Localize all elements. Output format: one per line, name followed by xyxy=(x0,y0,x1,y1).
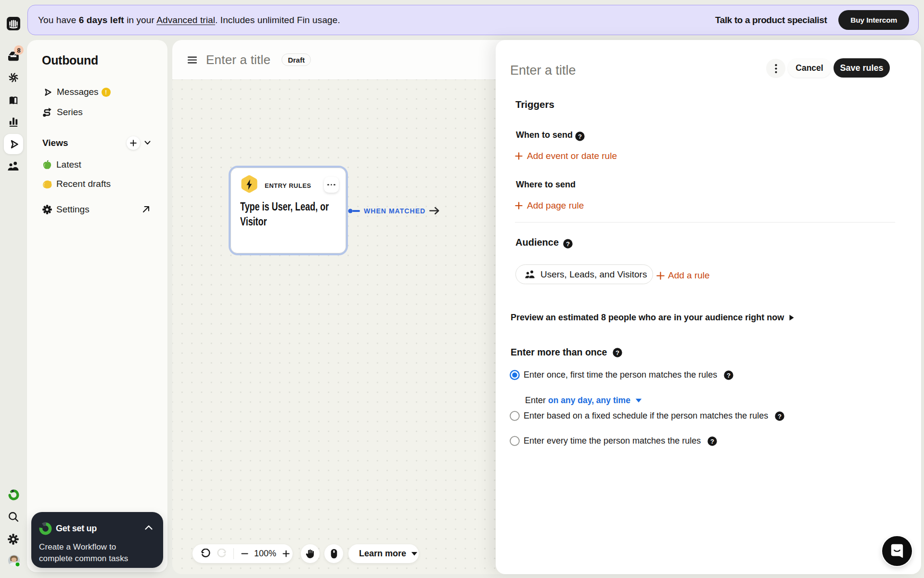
svg-text:?: ? xyxy=(727,371,731,379)
svg-text:?: ? xyxy=(566,240,570,248)
svg-text:?: ? xyxy=(778,412,782,420)
svg-text:?: ? xyxy=(710,437,714,445)
svg-text:?: ? xyxy=(616,349,619,356)
svg-text:?: ? xyxy=(578,133,582,140)
